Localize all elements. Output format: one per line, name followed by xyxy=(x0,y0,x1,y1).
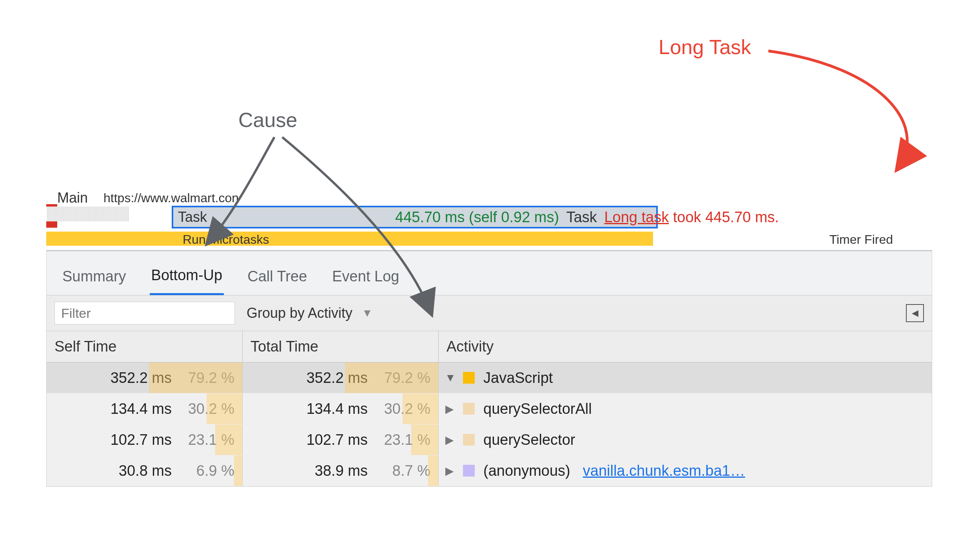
cell-activity: ▼JavaScript xyxy=(439,362,932,393)
cell-self-time: 102.7 ms23.1 % xyxy=(47,424,243,455)
tab-event-log[interactable]: Event Log xyxy=(330,264,401,294)
cell-self-time: 352.2 ms79.2 % xyxy=(47,362,243,393)
bottom-up-rows: 352.2 ms79.2 %352.2 ms79.2 %▼JavaScript1… xyxy=(47,362,932,486)
cell-total-time: 102.7 ms23.1 % xyxy=(243,424,439,455)
group-by-label: Group by Activity xyxy=(247,305,352,321)
percent-bar xyxy=(149,362,242,393)
annotation-cause: Cause xyxy=(238,108,297,132)
scripting-track xyxy=(46,232,653,246)
thread-label: Main xyxy=(57,190,88,206)
show-heaviest-stack-icon[interactable] xyxy=(906,304,924,322)
page-url: https://www.walmart.con xyxy=(103,191,239,205)
percent-bar xyxy=(215,424,242,455)
cell-activity: ▶querySelector xyxy=(439,424,932,455)
category-swatch xyxy=(463,403,475,415)
cell-activity: ▶(anonymous)vanilla.chunk.esm.ba1… xyxy=(439,455,932,486)
table-row[interactable]: 102.7 ms23.1 %102.7 ms23.1 %▶querySelect… xyxy=(47,424,932,455)
header-total-time[interactable]: Total Time xyxy=(243,331,439,362)
microtasks-label: Run Microtasks xyxy=(183,232,269,247)
activity-name: JavaScript xyxy=(483,370,553,386)
cell-self-time: 30.8 ms6.9 % xyxy=(47,455,243,486)
tab-summary[interactable]: Summary xyxy=(61,264,128,294)
disclosure-right-icon[interactable]: ▶ xyxy=(445,464,454,477)
total-time-ms: 102.7 ms xyxy=(307,431,368,448)
activity-name: querySelector xyxy=(483,431,575,448)
percent-bar xyxy=(345,362,438,393)
cell-total-time: 352.2 ms79.2 % xyxy=(243,362,439,393)
tab-bottom-up[interactable]: Bottom-Up xyxy=(150,263,224,295)
column-headers: Self Time Total Time Activity xyxy=(47,331,932,362)
disclosure-right-icon[interactable]: ▶ xyxy=(445,402,454,415)
percent-bar xyxy=(207,393,242,424)
task-duration: 445.70 ms (self 0.92 ms) xyxy=(395,209,559,225)
self-time-pct: 6.9 % xyxy=(180,462,234,479)
self-time-ms: 102.7 ms xyxy=(111,431,172,448)
long-task-rest: took 445.70 ms. xyxy=(669,209,779,225)
header-self-time[interactable]: Self Time xyxy=(47,331,243,362)
paint-track xyxy=(46,207,129,221)
group-by-dropdown[interactable]: Group by Activity ▼ xyxy=(247,305,373,321)
filter-toolbar: Group by Activity ▼ xyxy=(47,295,932,331)
cell-activity: ▶querySelectorAll xyxy=(439,393,932,424)
percent-bar xyxy=(403,393,438,424)
percent-bar xyxy=(411,424,438,455)
disclosure-down-icon[interactable]: ▼ xyxy=(445,372,454,384)
details-tabs: Summary Bottom-Up Call Tree Event Log xyxy=(47,250,932,295)
cell-total-time: 38.9 ms8.7 % xyxy=(243,455,439,486)
timer-fired-label: Timer Fired xyxy=(829,232,893,247)
total-time-ms: 134.4 ms xyxy=(307,401,368,417)
annotation-long-task: Long Task xyxy=(659,35,751,59)
category-swatch xyxy=(463,372,475,384)
total-time-ms: 38.9 ms xyxy=(315,462,368,479)
table-row[interactable]: 134.4 ms30.2 %134.4 ms30.2 %▶querySelect… xyxy=(47,393,932,424)
tab-call-tree[interactable]: Call Tree xyxy=(246,264,309,294)
cell-self-time: 134.4 ms30.2 % xyxy=(47,393,243,424)
category-swatch xyxy=(463,465,475,477)
task-word: Task xyxy=(566,209,597,225)
percent-bar xyxy=(234,455,242,486)
long-task-link[interactable]: Long task xyxy=(604,209,669,225)
chevron-down-icon: ▼ xyxy=(362,307,373,319)
table-row[interactable]: 352.2 ms79.2 %352.2 ms79.2 %▼JavaScript xyxy=(47,362,932,393)
source-link[interactable]: vanilla.chunk.esm.ba1… xyxy=(583,462,745,479)
total-time-pct: 8.7 % xyxy=(376,462,430,479)
category-swatch xyxy=(463,434,475,446)
activity-name: querySelectorAll xyxy=(483,401,592,417)
header-activity[interactable]: Activity xyxy=(439,331,932,362)
task-tooltip: 445.70 ms (self 0.92 ms) Task Long task … xyxy=(395,209,779,226)
disclosure-right-icon[interactable]: ▶ xyxy=(445,433,454,446)
cell-total-time: 134.4 ms30.2 % xyxy=(243,393,439,424)
self-time-ms: 30.8 ms xyxy=(119,462,172,479)
self-time-ms: 134.4 ms xyxy=(111,401,172,417)
flamechart-strip: Main https://www.walmart.con Task 445.70… xyxy=(46,190,932,255)
task-bar-label: Task xyxy=(178,209,207,225)
table-row[interactable]: 30.8 ms6.9 %38.9 ms8.7 %▶(anonymous)vani… xyxy=(47,455,932,486)
percent-bar xyxy=(428,455,438,486)
activity-name: (anonymous) xyxy=(483,462,570,479)
filter-input[interactable] xyxy=(54,302,235,324)
details-panel: Summary Bottom-Up Call Tree Event Log Gr… xyxy=(46,250,932,487)
